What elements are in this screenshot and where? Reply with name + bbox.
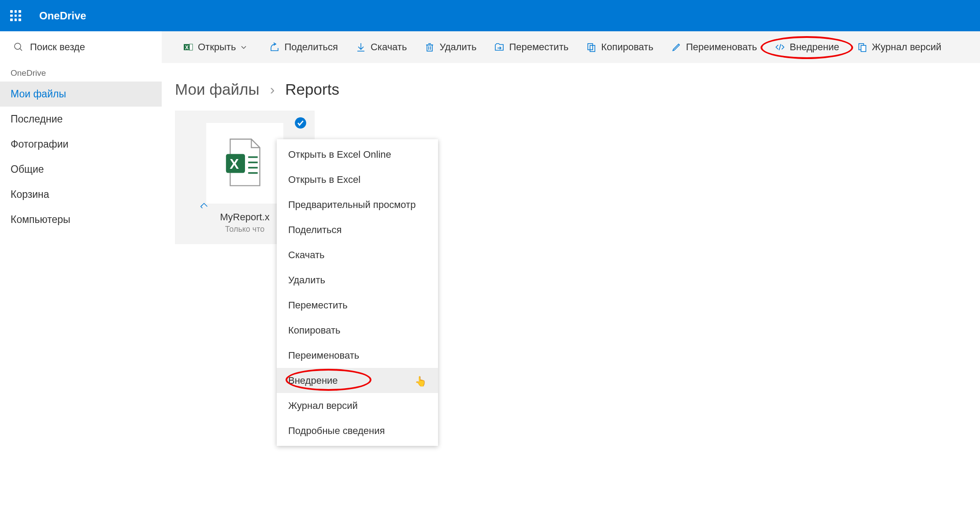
history-label: Журнал версий	[872, 41, 942, 53]
excel-app-icon: X	[183, 42, 193, 52]
excel-file-icon: X	[223, 137, 267, 190]
breadcrumb: Мои файлы › Reports	[162, 63, 980, 111]
context-menu-item-label: Журнал версий	[288, 400, 358, 412]
context-menu-item-label: Переместить	[288, 300, 348, 311]
sidebar-item-2[interactable]: Фотографии	[0, 132, 162, 157]
delete-button[interactable]: Удалить	[416, 37, 484, 57]
share-button[interactable]: Поделиться	[261, 37, 345, 57]
pencil-icon	[671, 42, 682, 52]
embed-label: Внедрение	[790, 41, 839, 53]
svg-rect-7	[427, 45, 432, 51]
context-menu-item-5[interactable]: Удалить	[277, 267, 438, 293]
version-history-icon	[857, 42, 868, 52]
download-label: Скачать	[371, 41, 407, 53]
rename-label: Переименовать	[686, 41, 757, 53]
context-menu-item-2[interactable]: Предварительный просмотр	[277, 192, 438, 217]
waffle-icon	[10, 10, 21, 21]
chevron-down-icon	[240, 44, 247, 51]
move-label: Переместить	[509, 41, 568, 53]
context-menu: Открыть в Excel OnlineОткрыть в ExcelПре…	[277, 139, 438, 446]
context-menu-item-label: Внедрение	[288, 375, 338, 386]
context-menu-item-11[interactable]: Подробные сведения	[277, 418, 438, 443]
svg-text:X: X	[230, 156, 239, 172]
embed-button[interactable]: Внедрение	[767, 37, 847, 57]
copy-icon	[586, 42, 597, 52]
search-icon	[13, 42, 24, 52]
share-label: Поделиться	[284, 41, 338, 53]
search-placeholder: Поиск везде	[30, 41, 85, 53]
context-menu-item-8[interactable]: Переименовать	[277, 343, 438, 368]
breadcrumb-separator: ›	[270, 82, 275, 98]
svg-rect-3	[189, 44, 193, 50]
trash-icon	[424, 42, 435, 52]
nav-account-label: OneDrive	[0, 63, 162, 82]
file-thumbnail: X	[206, 123, 283, 204]
svg-point-0	[15, 43, 21, 49]
context-menu-item-label: Копировать	[288, 325, 340, 336]
context-menu-item-label: Подробные сведения	[288, 425, 385, 437]
context-menu-item-label: Открыть в Excel Online	[288, 149, 391, 160]
global-header: OneDrive	[0, 0, 980, 31]
context-menu-item-0[interactable]: Открыть в Excel Online	[277, 142, 438, 167]
context-menu-item-3[interactable]: Поделиться	[277, 217, 438, 242]
copy-button[interactable]: Копировать	[578, 37, 661, 57]
download-button[interactable]: Скачать	[348, 37, 415, 57]
sidebar-item-0[interactable]: Мои файлы	[0, 82, 162, 107]
context-menu-item-6[interactable]: Переместить	[277, 293, 438, 318]
pointer-cursor-icon: 👆	[415, 376, 427, 387]
download-icon	[356, 42, 366, 52]
svg-line-15	[779, 44, 781, 50]
context-menu-item-10[interactable]: Журнал версий	[277, 393, 438, 418]
rename-button[interactable]: Переименовать	[663, 37, 765, 57]
copy-label: Копировать	[601, 41, 653, 53]
svg-line-1	[20, 48, 22, 51]
history-button[interactable]: Журнал версий	[849, 37, 950, 57]
sidebar-item-3[interactable]: Общие	[0, 157, 162, 182]
sidebar-item-4[interactable]: Корзина	[0, 182, 162, 207]
sidebar-item-1[interactable]: Последние	[0, 107, 162, 132]
search-input[interactable]: Поиск везде	[0, 31, 162, 63]
context-menu-item-label: Скачать	[288, 249, 325, 261]
move-button[interactable]: Переместить	[486, 37, 576, 57]
context-menu-item-label: Предварительный просмотр	[288, 199, 416, 211]
context-menu-item-label: Поделиться	[288, 224, 342, 236]
embed-icon	[775, 42, 785, 52]
svg-rect-17	[861, 45, 866, 52]
context-menu-item-9[interactable]: Внедрение👆	[277, 368, 438, 393]
context-menu-item-label: Удалить	[288, 274, 325, 286]
app-launcher-button[interactable]	[0, 0, 31, 31]
shared-indicator-icon	[199, 201, 209, 211]
left-column: Поиск везде OneDrive Мои файлыПоследниеФ…	[0, 31, 162, 244]
sidebar-item-5[interactable]: Компьютеры	[0, 207, 162, 232]
move-icon	[494, 42, 505, 52]
context-menu-item-4[interactable]: Скачать	[277, 242, 438, 267]
context-menu-item-label: Открыть в Excel	[288, 174, 360, 185]
context-menu-item-label: Переименовать	[288, 350, 359, 361]
open-button[interactable]: X Открыть	[175, 37, 260, 57]
open-label: Открыть	[198, 41, 236, 53]
svg-text:X: X	[185, 45, 189, 51]
selected-check-icon	[294, 117, 307, 129]
brand-logo[interactable]: OneDrive	[39, 10, 86, 22]
share-icon	[269, 42, 280, 52]
command-toolbar: X Открыть Поделиться Скачать	[162, 31, 980, 63]
context-menu-item-7[interactable]: Копировать	[277, 318, 438, 343]
context-menu-item-1[interactable]: Открыть в Excel	[277, 167, 438, 192]
breadcrumb-root[interactable]: Мои файлы	[175, 81, 260, 98]
delete-label: Удалить	[439, 41, 476, 53]
breadcrumb-current[interactable]: Reports	[285, 81, 339, 98]
